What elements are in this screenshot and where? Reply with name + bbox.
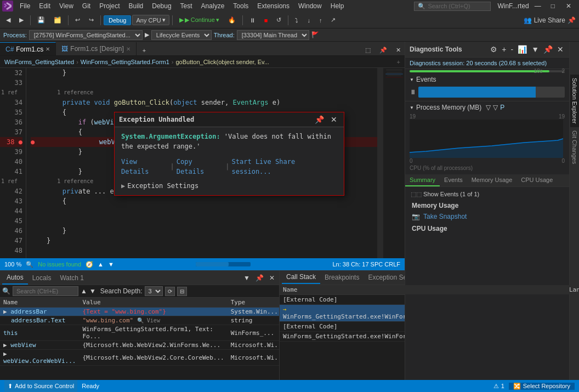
process-selector[interactable]: [27576] WinForms_GettingStarted...	[29, 30, 143, 40]
tab-form1-design[interactable]: 🖼 Form1.cs [Design] ✕	[56, 42, 136, 55]
exception-close-button[interactable]: ✕	[328, 115, 339, 124]
zoom-level[interactable]: 100 %	[4, 261, 21, 268]
tab-form1-cs-close[interactable]: ✕	[46, 46, 50, 52]
autos-row-0[interactable]: ▶ addressBar {Text = "www.bing.com"} Sys…	[0, 308, 279, 316]
step-into-button[interactable]: ↓	[303, 15, 314, 25]
diag-pin-button[interactable]: 📌	[542, 44, 554, 55]
editor-close-button[interactable]: ✕	[392, 45, 405, 55]
autos-collapse-all-button[interactable]: ⊟	[177, 287, 187, 296]
undo-button[interactable]: ↩	[71, 15, 84, 25]
debug-dropdown[interactable]: Debug	[104, 15, 131, 25]
menu-file[interactable]: File	[15, 1, 35, 11]
autos-collapse-button[interactable]: ▼	[241, 273, 252, 283]
menu-analyze[interactable]: Analyze	[197, 1, 229, 11]
search-down-icon[interactable]: ▼	[89, 287, 96, 295]
breadcrumb-part-2[interactable]: goButton_Click(object sender, Ev...	[176, 59, 269, 65]
pause-button[interactable]: ⏸	[246, 15, 259, 25]
editor-pin-button[interactable]: 📌	[376, 45, 391, 55]
menu-search-box[interactable]: 🔍 Search (Ctrl+Q)	[414, 2, 491, 11]
breadcrumb-part-0[interactable]: WinForms_GettingStarted	[4, 59, 74, 65]
take-snapshot-button[interactable]: Take Snapshot	[423, 213, 467, 220]
step-out-button[interactable]: ↑	[315, 15, 326, 25]
menu-extensions[interactable]: Extensions	[253, 1, 294, 11]
run-to-cursor-button[interactable]: ↗	[327, 15, 339, 25]
autos-pin-button[interactable]: 📌	[253, 273, 266, 283]
editor-scrollbar[interactable]	[377, 68, 383, 258]
pause-events-button[interactable]: ⏸	[410, 88, 416, 96]
tab-locals[interactable]: Locals	[28, 272, 56, 284]
menu-edit[interactable]: Edit	[35, 1, 55, 11]
expander-0[interactable]: ▶	[3, 308, 7, 315]
autos-row-4[interactable]: ▶ webView.CoreWebVi... {Microsoft.Web.We…	[0, 350, 279, 366]
menu-build[interactable]: Build	[124, 1, 148, 11]
diag-tab-summary[interactable]: Summary	[405, 174, 440, 186]
sidebar-tab-git-changes[interactable]: Git Changes	[570, 127, 579, 167]
live-share-button[interactable]: 👥 Live Share	[524, 16, 565, 24]
events-collapse-icon[interactable]: ▼	[410, 77, 414, 82]
continue-button[interactable]: ▶ ▶ Continue ▾	[175, 15, 223, 25]
autos-depth-selector[interactable]: 3	[145, 286, 163, 296]
menu-debug[interactable]: Debug	[147, 1, 175, 11]
diag-zoom-in-icon[interactable]: +	[501, 44, 507, 55]
back-button[interactable]: ◀	[2, 15, 14, 25]
tab-form1-cs[interactable]: C# Form1.cs ✕	[0, 42, 56, 55]
close-button[interactable]: ✕	[560, 1, 577, 11]
down-arrow-icon[interactable]: ▼	[108, 261, 114, 268]
diag-close-button[interactable]: ✕	[556, 44, 565, 55]
autos-close-button[interactable]: ✕	[267, 273, 277, 283]
menu-view[interactable]: View	[55, 1, 78, 11]
editor-split-button[interactable]: ⬚	[361, 45, 374, 55]
expander-4[interactable]: ▶	[3, 350, 7, 357]
diag-tab-memory[interactable]: Memory Usage	[467, 174, 517, 186]
maximize-button[interactable]: □	[547, 1, 559, 11]
thread-selector[interactable]: [33304] Main Thread	[237, 30, 309, 40]
diag-tab-events[interactable]: Events	[440, 174, 467, 186]
pin-button[interactable]: 📌	[566, 15, 577, 25]
up-arrow-icon[interactable]: ▲	[98, 261, 104, 268]
expander-3[interactable]: ▶	[3, 342, 7, 349]
exception-pin-button[interactable]: 📌	[313, 115, 326, 124]
sidebar-tab-solution-explorer[interactable]: Solution Explorer	[570, 75, 579, 127]
stop-button[interactable]: ■	[260, 15, 272, 25]
menu-git[interactable]: Git	[78, 1, 95, 11]
code-editor[interactable]: 32 33 1 ref 34 35 36 37 38 ● 39 40 41 1 …	[0, 68, 405, 258]
breadcrumb-add-button[interactable]: +	[397, 59, 400, 65]
forward-button[interactable]: ▶	[15, 15, 27, 25]
menu-help[interactable]: Help	[326, 1, 349, 11]
select-repository-button[interactable]: 🔀 Select Repository	[509, 383, 575, 390]
view-details-link[interactable]: View Details	[121, 157, 168, 177]
save-button[interactable]: 💾	[33, 15, 49, 25]
diag-tab-cpu[interactable]: CPU Usage	[516, 174, 557, 186]
start-live-share-link[interactable]: Start Live Share session...	[232, 157, 337, 177]
diag-settings-icon[interactable]: ⚙	[489, 44, 498, 55]
step-over-button[interactable]: ⤵	[291, 15, 302, 25]
source-control-button[interactable]: ⬆ Add to Source Control	[4, 380, 77, 392]
save-all-button[interactable]: 🗂️	[50, 15, 65, 25]
tab-breakpoints[interactable]: Breakpoints	[320, 271, 364, 283]
autos-row-2[interactable]: this WinForms_GettingStarted.Form1, Text…	[0, 325, 279, 341]
autos-refresh-button[interactable]: ⟳	[165, 287, 175, 296]
menu-project[interactable]: Project	[95, 1, 124, 11]
search-up-icon[interactable]: ▲	[81, 287, 87, 295]
menu-test[interactable]: Test	[176, 1, 197, 11]
autos-row-3[interactable]: ▶ webView {Microsoft.Web.WebView2.WinFor…	[0, 341, 279, 350]
copy-details-link[interactable]: Copy Details	[177, 157, 224, 177]
restart-button[interactable]: ↺	[273, 15, 285, 25]
cpu-dropdown[interactable]: Any CPU ▾	[132, 15, 169, 25]
autos-row-1[interactable]: addressBar.Text "www.bing.com" 🔍 View st…	[0, 316, 279, 325]
diag-zoom-out-icon[interactable]: -	[509, 44, 514, 55]
menu-window[interactable]: Window	[294, 1, 326, 11]
minimize-button[interactable]: —	[530, 1, 546, 11]
tab-watch1[interactable]: Watch 1	[55, 272, 88, 284]
autos-search-input[interactable]	[13, 286, 78, 296]
tab-autos[interactable]: Autos	[2, 271, 28, 285]
lifecycle-selector[interactable]: Lifecycle Events	[151, 30, 212, 40]
exception-settings[interactable]: ▶ Exception Settings	[121, 181, 337, 191]
events-content-row[interactable]: ⬚⬚ Show Events (1 of 1)	[407, 189, 567, 200]
filter-icon[interactable]: ▽	[486, 104, 491, 111]
memory-collapse-icon[interactable]: ▼	[410, 105, 414, 110]
new-file-button[interactable]: +	[139, 46, 150, 55]
tab-call-stack[interactable]: Call Stack	[282, 271, 320, 284]
diag-collapse-button[interactable]: ▼	[530, 44, 540, 55]
filter-icon-2[interactable]: ▽	[493, 104, 498, 111]
